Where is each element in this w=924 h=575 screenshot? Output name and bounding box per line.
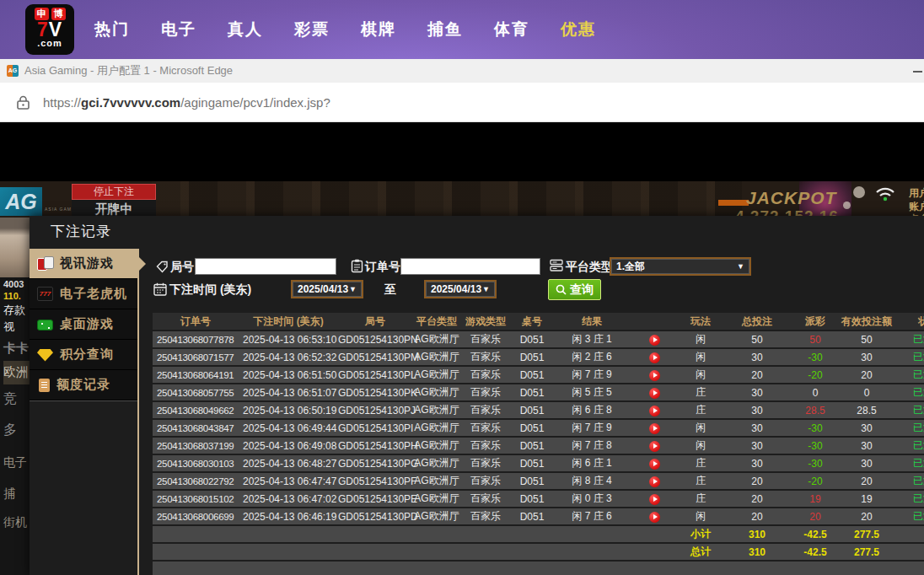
nav-item-7[interactable]: 体育 bbox=[494, 19, 529, 40]
bg-username-label: 用户名 bbox=[909, 186, 924, 201]
bet-cell: AG欧洲厅 bbox=[412, 473, 461, 489]
replay-button[interactable] bbox=[649, 494, 660, 505]
search-button-label: 查询 bbox=[570, 282, 594, 298]
replay-button[interactable] bbox=[649, 476, 660, 487]
bet-cell: 50 bbox=[723, 331, 792, 347]
underlying-left-sidebar: 4003110.存款视卡卡欧洲竞多电子捕街机 bbox=[0, 218, 30, 575]
date-to-select[interactable]: 2025/04/13 ▼ bbox=[424, 280, 497, 298]
empty-cell bbox=[510, 562, 554, 575]
address-bar[interactable]: https://gci.7vvvvvv.com/agingame/pcv1/in… bbox=[0, 83, 924, 122]
bet-cell: GD051254130PK bbox=[338, 384, 412, 400]
bet-cell: AG欧洲厅 bbox=[412, 508, 461, 524]
summary-cell bbox=[510, 544, 554, 560]
underlying-sidebar-item[interactable]: 卡卡 bbox=[3, 341, 29, 357]
url-text[interactable]: https://gci.7vvvvvv.com/agingame/pcv1/in… bbox=[43, 95, 330, 110]
underlying-sidebar-item[interactable]: 竞 bbox=[3, 390, 17, 408]
nav-item-3[interactable]: 真人 bbox=[228, 19, 263, 40]
sidebar-item-1[interactable]: 视讯游戏 bbox=[30, 249, 138, 279]
replay-cell bbox=[630, 331, 679, 347]
replay-button[interactable] bbox=[649, 512, 660, 523]
bet-cell: 30 bbox=[839, 349, 894, 365]
empty-cell bbox=[894, 562, 924, 575]
bet-row: 2504130680066992025-04-13 06:46:19GD0512… bbox=[153, 508, 924, 524]
summary-cell bbox=[338, 544, 412, 560]
sidebar-item-5[interactable]: 额度记录 bbox=[30, 370, 138, 400]
table-games-icon bbox=[37, 320, 53, 330]
nav-item-5[interactable]: 棋牌 bbox=[361, 19, 396, 40]
underlying-sidebar-item[interactable]: 街机 bbox=[3, 515, 27, 530]
empty-cell bbox=[839, 562, 894, 575]
avatar[interactable] bbox=[0, 218, 30, 277]
underlying-sidebar-item[interactable]: 电子 bbox=[3, 455, 27, 470]
bet-cell: GD051254130PH bbox=[338, 438, 412, 454]
bet-cell: 百家乐 bbox=[461, 508, 510, 524]
sidebar-item-label: 额度记录 bbox=[56, 377, 110, 393]
underlying-sidebar-item[interactable]: 4003 bbox=[3, 279, 24, 289]
replay-cell bbox=[630, 384, 679, 400]
underlying-sidebar-item[interactable]: 捕 bbox=[3, 486, 15, 502]
underlying-sidebar-item[interactable]: 多 bbox=[3, 422, 17, 439]
bet-cell: 已派彩 bbox=[894, 349, 924, 365]
nav-item-2[interactable]: 电子 bbox=[161, 19, 196, 40]
bet-cell: 2025-04-13 06:47:02 bbox=[239, 491, 338, 507]
sidebar-item-2[interactable]: 777电子老虎机 bbox=[30, 279, 138, 309]
column-header: 总投注 bbox=[723, 313, 792, 330]
bet-cell: 28.5 bbox=[839, 402, 894, 418]
replay-button[interactable] bbox=[649, 459, 660, 470]
replay-button[interactable] bbox=[649, 352, 660, 363]
replay-button[interactable] bbox=[649, 406, 660, 416]
column-header: 派彩 bbox=[792, 313, 839, 330]
round-number-input[interactable] bbox=[195, 258, 336, 275]
bet-row: 2504130680438472025-04-13 06:49:44GD0512… bbox=[153, 420, 924, 436]
video-games-cards-icon bbox=[37, 256, 53, 271]
platform-type-select[interactable]: 1.全部 ▼ bbox=[610, 257, 751, 276]
stop-betting-banner: 停止下注 bbox=[72, 184, 156, 200]
replay-button[interactable] bbox=[649, 423, 660, 434]
bet-cell: GD051254130PF bbox=[338, 473, 412, 489]
sidebar-item-label: 积分查询 bbox=[60, 347, 114, 363]
site-logo[interactable]: 申 博 7V .com bbox=[25, 4, 74, 55]
bet-cell: 2025-04-13 06:46:19 bbox=[239, 508, 338, 524]
bet-cell: AG欧洲厅 bbox=[412, 349, 461, 365]
bet-cell: AG欧洲厅 bbox=[412, 491, 461, 507]
nav-item-6[interactable]: 捕鱼 bbox=[427, 19, 463, 40]
minimize-button[interactable] bbox=[913, 71, 922, 73]
bet-cell: 19 bbox=[839, 491, 894, 507]
bet-cell: 庄 bbox=[679, 384, 723, 400]
replay-button[interactable] bbox=[649, 335, 660, 346]
bet-cell: 闲 5 庄 5 bbox=[554, 384, 630, 400]
bet-row: 2504130680715772025-04-13 06:52:32GD0512… bbox=[153, 349, 924, 365]
sidebar-item-3[interactable]: 桌面游戏 bbox=[30, 309, 138, 340]
underlying-sidebar-item[interactable]: 存款 bbox=[3, 303, 25, 318]
bet-cell: 250413068071577 bbox=[153, 349, 239, 365]
underlying-sidebar-item[interactable]: 110. bbox=[3, 291, 21, 301]
bet-cell: 30 bbox=[839, 420, 894, 436]
bet-cell: 闲 bbox=[679, 438, 723, 454]
bet-table-header-row: 订单号下注时间 (美东)局号平台类型游戏类型桌号结果玩法总投注派彩有效投注额状态 bbox=[153, 313, 924, 330]
bet-cell: D051 bbox=[510, 438, 554, 454]
ag-logo: AG bbox=[0, 187, 42, 216]
bet-cell: AG欧洲厅 bbox=[412, 420, 461, 436]
underlying-sidebar-item[interactable]: 欧洲 bbox=[3, 361, 30, 384]
date-from-select[interactable]: 2025/04/13 ▼ bbox=[291, 280, 363, 298]
replay-cell bbox=[630, 455, 679, 471]
replay-button[interactable] bbox=[649, 441, 660, 452]
replay-button[interactable] bbox=[649, 388, 660, 399]
order-number-input[interactable] bbox=[400, 258, 540, 275]
summary-cell: 310 bbox=[723, 526, 792, 542]
empty-cell bbox=[239, 562, 338, 575]
bokeh-dot bbox=[853, 186, 865, 198]
nav-item-8[interactable]: 优惠 bbox=[561, 19, 596, 40]
bet-cell: 闲 bbox=[679, 349, 723, 365]
bet-cell: 250413068022792 bbox=[153, 473, 239, 489]
bet-cell: 50 bbox=[839, 331, 894, 347]
replay-button[interactable] bbox=[649, 370, 660, 381]
underlying-sidebar-item[interactable]: 视 bbox=[3, 320, 14, 335]
bet-row: 2504130680496622025-04-13 06:50:19GD0512… bbox=[153, 402, 924, 418]
platform-list-icon bbox=[550, 259, 563, 272]
sidebar-item-4[interactable]: 积分查询 bbox=[30, 340, 138, 370]
nav-item-4[interactable]: 彩票 bbox=[294, 19, 330, 40]
search-button[interactable]: 查询 bbox=[548, 279, 601, 300]
nav-item-1[interactable]: 热门 bbox=[94, 19, 130, 40]
bet-cell: 30 bbox=[723, 420, 792, 436]
